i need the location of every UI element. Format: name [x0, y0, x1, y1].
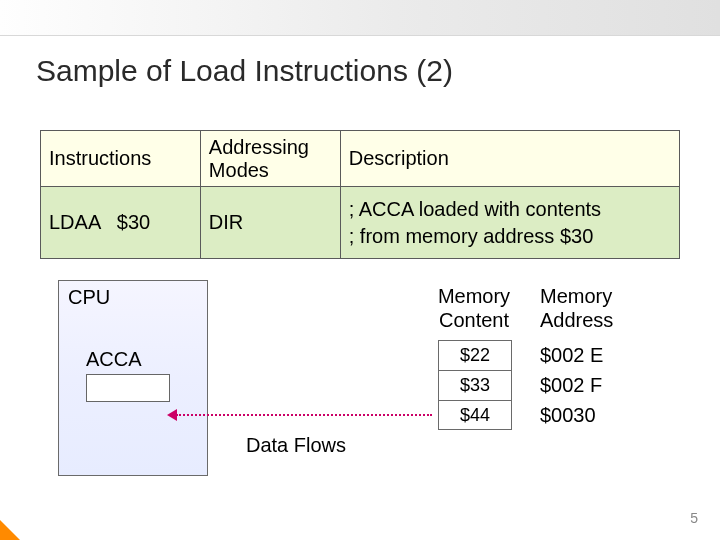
- instruction-table: Instructions Addressing Modes Descriptio…: [40, 130, 680, 259]
- memory-content-column: $22 $33 $44: [438, 340, 512, 430]
- header-instructions: Instructions: [41, 131, 201, 187]
- acca-register: [86, 374, 170, 402]
- cpu-label: CPU: [68, 286, 110, 309]
- memory-address-header: Memory Address: [540, 284, 650, 332]
- slide-number: 5: [690, 510, 698, 526]
- memory-content-header: Memory Content: [424, 284, 524, 332]
- memory-content-cell: $44: [438, 400, 512, 430]
- header-modes: Addressing Modes: [200, 131, 340, 187]
- memory-address-cell: $0030: [540, 400, 603, 430]
- desc-line-2: ; from memory address $30: [349, 223, 671, 250]
- acca-label: ACCA: [86, 348, 142, 371]
- memory-address-cell: $002 F: [540, 370, 603, 400]
- memory-content-cell: $33: [438, 370, 512, 400]
- title-bar: [0, 0, 720, 36]
- data-flow-arrow: [176, 414, 432, 416]
- data-flows-label: Data Flows: [246, 434, 346, 457]
- header-description: Description: [340, 131, 679, 187]
- memory-address-column: $002 E $002 F $0030: [540, 340, 603, 430]
- cell-instruction: LDAA $30: [41, 187, 201, 259]
- cell-description: ; ACCA loaded with contents ; from memor…: [340, 187, 679, 259]
- desc-line-1: ; ACCA loaded with contents: [349, 196, 671, 223]
- memory-content-cell: $22: [438, 340, 512, 370]
- slide-title: Sample of Load Instructions (2): [0, 36, 720, 88]
- corner-accent: [0, 520, 20, 540]
- table-header-row: Instructions Addressing Modes Descriptio…: [41, 131, 680, 187]
- table-row: LDAA $30 DIR ; ACCA loaded with contents…: [41, 187, 680, 259]
- cell-mode: DIR: [200, 187, 340, 259]
- memory-address-cell: $002 E: [540, 340, 603, 370]
